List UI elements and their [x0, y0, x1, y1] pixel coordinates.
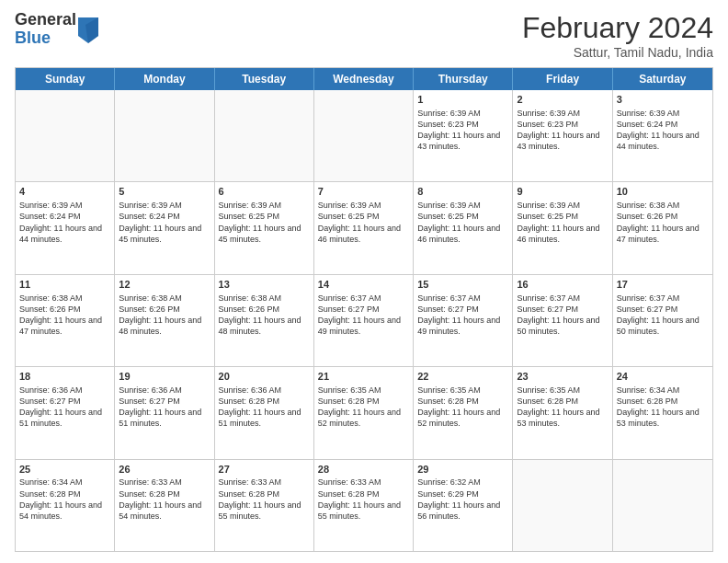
day-number: 15	[417, 278, 508, 292]
table-row: 20Sunrise: 6:36 AM Sunset: 6:28 PM Dayli…	[215, 367, 314, 458]
table-row	[613, 460, 712, 551]
table-row: 13Sunrise: 6:38 AM Sunset: 6:26 PM Dayli…	[215, 275, 314, 366]
cell-info: Sunrise: 6:37 AM Sunset: 6:27 PM Dayligh…	[617, 293, 709, 338]
cell-info: Sunrise: 6:39 AM Sunset: 6:25 PM Dayligh…	[417, 200, 508, 245]
logo-icon	[78, 17, 98, 43]
cell-info: Sunrise: 6:39 AM Sunset: 6:23 PM Dayligh…	[417, 108, 508, 153]
cell-info: Sunrise: 6:35 AM Sunset: 6:28 PM Dayligh…	[517, 385, 608, 430]
day-number: 28	[318, 463, 409, 477]
day-number: 22	[417, 370, 508, 384]
cell-info: Sunrise: 6:35 AM Sunset: 6:28 PM Dayligh…	[417, 385, 508, 430]
table-row: 3Sunrise: 6:39 AM Sunset: 6:24 PM Daylig…	[613, 90, 712, 181]
day-header-tuesday: Tuesday	[215, 68, 314, 90]
week-row-1: 4Sunrise: 6:39 AM Sunset: 6:24 PM Daylig…	[16, 181, 712, 273]
subtitle: Sattur, Tamil Nadu, India	[522, 45, 713, 60]
day-number: 13	[219, 278, 310, 292]
day-header-saturday: Saturday	[613, 68, 712, 90]
cell-info: Sunrise: 6:36 AM Sunset: 6:27 PM Dayligh…	[119, 385, 210, 430]
cell-info: Sunrise: 6:34 AM Sunset: 6:28 PM Dayligh…	[19, 477, 110, 522]
week-row-2: 11Sunrise: 6:38 AM Sunset: 6:26 PM Dayli…	[16, 274, 712, 366]
day-number: 19	[119, 370, 210, 384]
cell-info: Sunrise: 6:32 AM Sunset: 6:29 PM Dayligh…	[417, 477, 508, 522]
table-row: 25Sunrise: 6:34 AM Sunset: 6:28 PM Dayli…	[16, 460, 115, 551]
cell-info: Sunrise: 6:38 AM Sunset: 6:26 PM Dayligh…	[19, 293, 110, 338]
table-row: 23Sunrise: 6:35 AM Sunset: 6:28 PM Dayli…	[513, 367, 612, 458]
table-row: 9Sunrise: 6:39 AM Sunset: 6:25 PM Daylig…	[513, 182, 612, 273]
cell-info: Sunrise: 6:34 AM Sunset: 6:28 PM Dayligh…	[617, 385, 709, 430]
cell-info: Sunrise: 6:39 AM Sunset: 6:24 PM Dayligh…	[119, 200, 210, 245]
cell-info: Sunrise: 6:39 AM Sunset: 6:25 PM Dayligh…	[517, 200, 608, 245]
day-number: 27	[219, 463, 310, 477]
day-number: 7	[318, 185, 409, 199]
logo: General Blue	[15, 11, 98, 48]
table-row: 17Sunrise: 6:37 AM Sunset: 6:27 PM Dayli…	[613, 275, 712, 366]
day-header-sunday: Sunday	[16, 68, 115, 90]
page: General Blue February 2024 Sattur, Tamil…	[0, 0, 728, 563]
cell-info: Sunrise: 6:38 AM Sunset: 6:26 PM Dayligh…	[219, 293, 310, 338]
day-number: 14	[318, 278, 409, 292]
title-area: February 2024 Sattur, Tamil Nadu, India	[522, 11, 713, 60]
table-row: 6Sunrise: 6:39 AM Sunset: 6:25 PM Daylig…	[215, 182, 314, 273]
table-row: 8Sunrise: 6:39 AM Sunset: 6:25 PM Daylig…	[414, 182, 513, 273]
cell-info: Sunrise: 6:39 AM Sunset: 6:23 PM Dayligh…	[517, 108, 608, 153]
table-row	[16, 90, 115, 181]
day-number: 11	[19, 278, 110, 292]
day-number: 23	[517, 370, 608, 384]
cell-info: Sunrise: 6:39 AM Sunset: 6:24 PM Dayligh…	[19, 200, 110, 245]
day-number: 20	[219, 370, 310, 384]
day-number: 2	[517, 93, 608, 107]
day-number: 24	[617, 370, 709, 384]
table-row: 1Sunrise: 6:39 AM Sunset: 6:23 PM Daylig…	[414, 90, 513, 181]
cell-info: Sunrise: 6:35 AM Sunset: 6:28 PM Dayligh…	[318, 385, 409, 430]
table-row: 2Sunrise: 6:39 AM Sunset: 6:23 PM Daylig…	[513, 90, 612, 181]
day-number: 9	[517, 185, 608, 199]
header: General Blue February 2024 Sattur, Tamil…	[15, 11, 713, 60]
table-row: 24Sunrise: 6:34 AM Sunset: 6:28 PM Dayli…	[613, 367, 712, 458]
table-row	[513, 460, 612, 551]
table-row: 11Sunrise: 6:38 AM Sunset: 6:26 PM Dayli…	[16, 275, 115, 366]
month-title: February 2024	[522, 11, 713, 45]
cell-info: Sunrise: 6:38 AM Sunset: 6:26 PM Dayligh…	[119, 293, 210, 338]
table-row: 7Sunrise: 6:39 AM Sunset: 6:25 PM Daylig…	[314, 182, 414, 273]
day-number: 6	[219, 185, 310, 199]
day-header-thursday: Thursday	[414, 68, 513, 90]
day-header-friday: Friday	[513, 68, 612, 90]
table-row: 26Sunrise: 6:33 AM Sunset: 6:28 PM Dayli…	[115, 460, 214, 551]
day-number: 16	[517, 278, 608, 292]
day-header-monday: Monday	[115, 68, 214, 90]
cell-info: Sunrise: 6:39 AM Sunset: 6:24 PM Dayligh…	[617, 108, 709, 153]
calendar-body: 1Sunrise: 6:39 AM Sunset: 6:23 PM Daylig…	[16, 90, 712, 551]
cell-info: Sunrise: 6:39 AM Sunset: 6:25 PM Dayligh…	[318, 200, 409, 245]
table-row: 21Sunrise: 6:35 AM Sunset: 6:28 PM Dayli…	[314, 367, 414, 458]
table-row: 4Sunrise: 6:39 AM Sunset: 6:24 PM Daylig…	[16, 182, 115, 273]
table-row	[314, 90, 414, 181]
table-row: 10Sunrise: 6:38 AM Sunset: 6:26 PM Dayli…	[613, 182, 712, 273]
day-number: 21	[318, 370, 409, 384]
cell-info: Sunrise: 6:37 AM Sunset: 6:27 PM Dayligh…	[318, 293, 409, 338]
cell-info: Sunrise: 6:36 AM Sunset: 6:28 PM Dayligh…	[219, 385, 310, 430]
day-number: 18	[19, 370, 110, 384]
day-header-wednesday: Wednesday	[314, 68, 414, 90]
cell-info: Sunrise: 6:38 AM Sunset: 6:26 PM Dayligh…	[617, 200, 709, 245]
table-row: 15Sunrise: 6:37 AM Sunset: 6:27 PM Dayli…	[414, 275, 513, 366]
day-number: 26	[119, 463, 210, 477]
table-row: 12Sunrise: 6:38 AM Sunset: 6:26 PM Dayli…	[115, 275, 214, 366]
table-row: 14Sunrise: 6:37 AM Sunset: 6:27 PM Dayli…	[314, 275, 414, 366]
day-number: 4	[19, 185, 110, 199]
calendar: SundayMondayTuesdayWednesdayThursdayFrid…	[15, 67, 713, 552]
table-row	[215, 90, 314, 181]
table-row	[115, 90, 214, 181]
table-row: 19Sunrise: 6:36 AM Sunset: 6:27 PM Dayli…	[115, 367, 214, 458]
cell-info: Sunrise: 6:33 AM Sunset: 6:28 PM Dayligh…	[219, 477, 310, 522]
table-row: 16Sunrise: 6:37 AM Sunset: 6:27 PM Dayli…	[513, 275, 612, 366]
table-row: 27Sunrise: 6:33 AM Sunset: 6:28 PM Dayli…	[215, 460, 314, 551]
day-number: 29	[417, 463, 508, 477]
cell-info: Sunrise: 6:39 AM Sunset: 6:25 PM Dayligh…	[219, 200, 310, 245]
day-number: 12	[119, 278, 210, 292]
day-number: 8	[417, 185, 508, 199]
table-row: 29Sunrise: 6:32 AM Sunset: 6:29 PM Dayli…	[414, 460, 513, 551]
cell-info: Sunrise: 6:37 AM Sunset: 6:27 PM Dayligh…	[517, 293, 608, 338]
week-row-4: 25Sunrise: 6:34 AM Sunset: 6:28 PM Dayli…	[16, 459, 712, 551]
table-row: 18Sunrise: 6:36 AM Sunset: 6:27 PM Dayli…	[16, 367, 115, 458]
cell-info: Sunrise: 6:36 AM Sunset: 6:27 PM Dayligh…	[19, 385, 110, 430]
